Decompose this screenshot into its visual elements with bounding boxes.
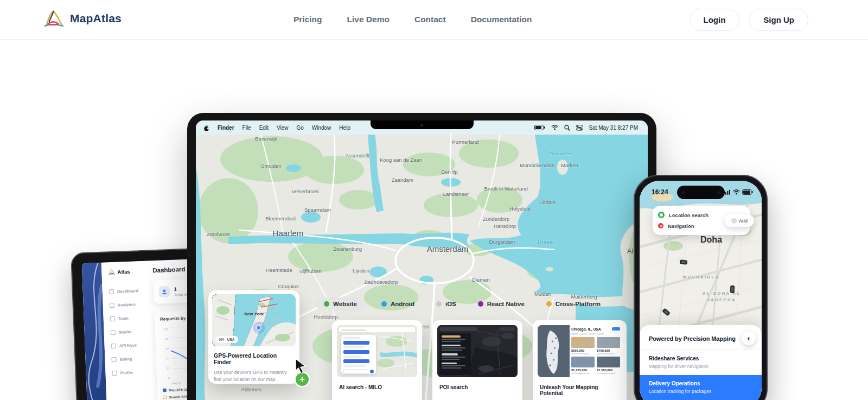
tablet-sidebar: Atlas DashboardAnalyticsTeamStudioAPI Ke… [101,261,155,400]
menubar-item-window: Window [312,125,331,131]
nav-link-live-demo[interactable]: Live Demo [347,15,390,24]
services-bottom-sheet: Powered by Precision Mapping ‹ Rideshare… [640,325,762,400]
sidebar-item-label: Profile [120,370,133,376]
listing-tile: $550,000 [571,337,595,354]
menubar-clock: Sat May 31 8:27 PM [589,125,638,131]
platform-label: Android [391,301,414,307]
poi-search-screenshot [437,325,518,377]
platform-label: React Native [487,301,525,307]
tablet-sidebar-item-analytics: Analytics [109,297,150,312]
al-doha-al-jadeeda-label: AL DOHA AL JADEEDA [703,290,741,303]
menubar-item-file: File [242,125,251,131]
y-tick: 40 [161,357,169,360]
map-label-haarlem: Haarlem [273,228,304,238]
y-tick: 20 [162,366,169,370]
login-button[interactable]: Login [690,9,740,31]
listing-grid: $550,000 $750,000 $1,125,000 [571,337,620,374]
map-label-landsmeer: Landsmeer [443,191,469,197]
location-search-label: Location search [669,212,709,218]
map-label-ijmuiden: IJmuiden [260,163,282,169]
map-label-vijfhuizen: Vijfhuizen [299,268,322,274]
menubar-left: FinderFileEditViewGoWindowHelp [203,124,350,131]
service-title: Rideshare Services [649,355,752,361]
listing-card-title: Unleash Your Mapping Potential [540,384,620,396]
navigation-label: Navigation [668,223,694,229]
apple-menu-icon [203,124,209,131]
sidebar-item-icon [109,289,114,294]
map-label-diemen: Diemen [472,277,490,283]
poi-searchbar [439,327,477,331]
phone-status-icons [723,189,753,195]
sidebar-item-label: Studio [119,329,132,335]
platform-label: Website [333,301,357,307]
platform-dot [546,301,552,307]
y-tick: 100 [160,327,168,331]
platform-badge-android: Android [376,297,419,310]
map-label-den-ilp: Den Ilp [441,169,457,175]
service-delivery-operations: Delivery OperationsLocation tracking for… [640,375,762,400]
control-center-icon [576,125,583,131]
ai-card-title: AI search - MILO [339,384,415,390]
map-label-beverwijk: Beverwijk [255,136,277,142]
map-label-broek-in-waterland: Broek in Waterland [484,186,527,192]
listing-price: $550,000 [571,349,595,352]
main-nav: PricingLive DemoContactDocumentation [293,0,532,39]
tablet-sidebar-item-team: Team [110,310,150,326]
platform-dot [436,301,442,307]
map-label-muiden: Muiden [534,291,551,297]
navigation-pin-icon [658,223,663,228]
add-fab-button: + [294,371,310,388]
tablet-sidebar-item-api-keys: API Keys [111,338,151,353]
map-label-assendelft: Assendelft [346,153,369,158]
signal-icon [723,189,731,195]
y-tick: 60 [161,347,169,351]
service-subtitle: Location tracking for packages [649,389,752,394]
map-label-gouwzee: Gouwzee [549,150,572,156]
tablet-sidebar-item-studio: Studio [110,324,151,339]
map-label-cruquius: Cruquius [278,283,299,289]
x-tick: May 02 [172,381,181,385]
tablet-sidebar-item-billing: Billing [111,351,152,366]
poi-results-panel [439,333,471,375]
add-plus-icon [731,218,737,224]
nav-link-pricing[interactable]: Pricing [293,15,322,24]
macbook-screen: BeverwijkPurmerlandAssendelftKoog aan de… [196,120,648,400]
sidebar-item-icon [112,371,117,376]
platform-badge-ios: iOS [431,297,461,310]
new-york-label: New York [244,312,264,316]
mouse-cursor [295,358,309,373]
sidebar-item-icon [111,330,116,335]
sidebar-item-icon [111,357,116,362]
chicago-map-panel [538,325,570,377]
map-label-velserbroek: Velserbroek [292,188,319,194]
chart-y-axis: 100806040200 [160,327,170,379]
platform-label: iOS [445,301,456,307]
signup-button[interactable]: Sign Up [749,9,808,31]
platform-badge-react-native: React Native [473,297,529,310]
platform-badge-cross-platform: Cross-Platform [541,297,605,310]
map-label-heemstede: Heemstede [266,267,292,273]
nav-link-documentation[interactable]: Documentation [471,15,532,24]
listing-results-panel: Chicago, IL, USA $550,000 [571,327,620,374]
map-label-spaarndam: Spaarndam [304,207,331,213]
sidebar-item-label: Analytics [118,302,136,307]
map-label-ijmeer: IJmeer [538,239,554,245]
menubar-items: FinderFileEditViewGoWindowHelp [218,125,350,131]
listing-price: $1,500,000 [597,369,620,372]
map-label-lijnden: Lijnden [353,268,369,274]
map-label-durgerdam: Durgerdam [489,239,515,245]
nav-link-contact[interactable]: Contact [414,15,446,24]
mushaireb-label: MUSHAIREB [683,274,720,281]
ai-chat-panel [341,335,376,374]
wifi-icon [551,125,558,130]
spotlight-search-icon [564,125,570,131]
legend-checkbox [163,388,167,392]
island-sensor [717,191,720,194]
platform-dot [324,301,329,307]
page: MapAtlas PricingLive DemoContactDocument… [0,0,868,400]
listing-tile: $750,000 [597,337,620,354]
camera-dot [420,124,423,126]
mapatlas-logo-icon [42,9,65,28]
ai-send-button [370,370,374,373]
brand[interactable]: MapAtlas [42,9,122,28]
